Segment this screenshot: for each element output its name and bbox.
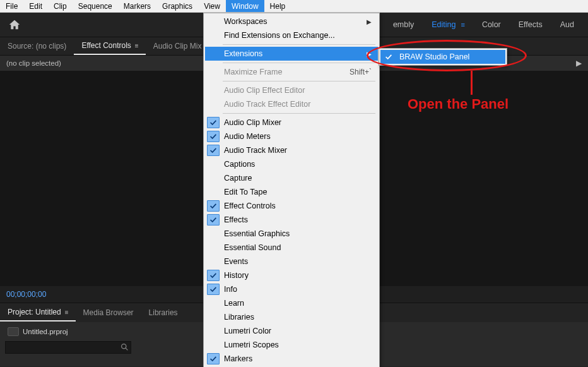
menu-item-window-panel[interactable]: Lumetri Color [205,324,378,338]
menu-file[interactable]: File [0,0,23,12]
menu-window[interactable]: Window [226,0,264,12]
window-menu-dropdown: Workspaces ▶ Find Extensions on Exchange… [203,13,380,367]
menu-item-window-panel[interactable]: Info [205,282,378,296]
menu-item-label: Lumetri Scopes [221,340,372,349]
menu-item-label: Learn [221,299,372,308]
menu-view[interactable]: View [198,0,226,12]
tab-source[interactable]: Source: (no clips) [0,38,74,54]
menu-sequence[interactable]: Sequence [73,0,118,12]
menu-item-window-panel[interactable]: Audio Track Mixer [205,143,378,157]
menu-separator [223,113,375,114]
check-icon [207,270,220,281]
tab-label: Audio Clip Mix [153,42,202,51]
menu-item-label: Events [221,257,372,266]
submenu-item-label: BRAW Studio Panel [397,52,505,61]
tab-label: Libraries [149,308,178,317]
menu-item-window-panel[interactable]: Libraries [205,310,378,324]
menu-item-maximize-frame: Maximize Frame Shift+` [205,65,378,79]
check-icon [207,214,220,226]
submenu-arrow-icon: ▶ [363,18,372,25]
menu-separator [223,81,375,81]
check-icon [207,353,220,364]
menu-item-label: Info [221,285,372,294]
menu-item-label: Essential Graphics [221,229,372,238]
workspace-tab-effects[interactable]: Effects [512,18,549,32]
check-icon [380,52,397,61]
submenu-item-braw-studio-panel[interactable]: BRAW Studio Panel [380,50,505,64]
menu-item-label: Essential Sound [221,243,372,252]
menu-graphics[interactable]: Graphics [156,0,198,12]
menu-item-label: Lumetri Color [221,327,372,335]
menu-item-window-panel[interactable]: Essential Graphics [205,227,378,241]
svg-point-0 [122,344,126,349]
menu-item-find-extensions[interactable]: Find Extensions on Exchange... [205,28,378,42]
menu-item-window-panel[interactable]: Captions [205,157,378,171]
menu-item-label: Libraries [221,313,372,322]
extensions-submenu: BRAW Studio Panel [379,48,507,66]
submenu-arrow-icon: ▶ [363,51,372,57]
tab-libraries[interactable]: Libraries [141,304,185,321]
panel-menu-icon[interactable]: ≡ [135,42,138,49]
menu-item-window-panel[interactable]: Markers [205,352,378,366]
menu-item-label: History [221,271,372,280]
menu-item-audio-clip-effect-editor: Audio Clip Effect Editor [205,83,378,97]
menu-separator [223,63,375,63]
project-filename: Untitled.prproj [23,328,68,335]
menu-item-label: Edit To Tape [221,188,372,196]
menu-item-label: Markers [221,354,372,363]
tab-effect-controls[interactable]: Effect Controls ≡ [74,37,145,55]
menu-item-window-panel[interactable]: Lumetri Scopes [205,338,378,352]
menubar: File Edit Clip Sequence Markers Graphics… [0,0,588,13]
menu-item-label: Extensions [221,49,363,58]
check-icon [207,145,220,156]
menu-edit[interactable]: Edit [23,0,48,12]
workspace-tab-editing[interactable]: Editing ≡ [425,18,471,32]
menu-item-label: Audio Clip Effect Editor [221,86,372,95]
play-arrow-icon[interactable]: ▶ [576,59,582,68]
menu-item-workspaces[interactable]: Workspaces ▶ [205,15,378,28]
menu-item-extensions[interactable]: Extensions ▶ [205,47,378,61]
menu-item-window-panel[interactable]: Edit To Tape [205,185,378,199]
menu-item-window-panel[interactable]: Effects [205,213,378,227]
menu-item-window-panel[interactable]: Capture [205,171,378,185]
menu-item-label: Audio Track Effect Editor [221,100,372,109]
menu-item-window-panel[interactable]: History [205,268,378,282]
menu-markers[interactable]: Markers [118,0,156,12]
tab-label: Media Browser [83,308,134,317]
menu-item-label: Capture [221,174,372,183]
menu-item-window-panel[interactable]: Audio Clip Mixer [205,116,378,129]
menu-item-label: Audio Track Mixer [221,146,372,155]
workspace-tab-label: Editing [432,20,456,29]
tab-media-browser[interactable]: Media Browser [76,304,141,321]
menu-item-audio-track-effect-editor: Audio Track Effect Editor [205,97,378,111]
check-icon [207,117,220,128]
hamburger-icon[interactable]: ≡ [461,21,464,28]
menu-item-label: Workspaces [221,17,363,26]
tab-project[interactable]: Project: Untitled ≡ [0,304,76,322]
menu-item-shortcut: Shift+` [343,68,372,76]
menu-item-window-panel[interactable]: Effect Controls [205,199,378,213]
check-icon [207,131,220,142]
menu-item-window-panel[interactable]: Events [205,255,378,268]
project-search-input[interactable] [5,341,131,354]
menu-item-window-panel[interactable]: Essential Sound [205,241,378,255]
svg-line-1 [126,348,127,350]
panel-menu-icon[interactable]: ≡ [65,309,68,316]
tab-audio-clip-mixer[interactable]: Audio Clip Mix [146,38,209,54]
search-icon[interactable] [121,343,129,351]
home-icon[interactable] [8,18,21,31]
menu-item-label: Effects [221,215,372,224]
menu-separator [223,44,375,45]
check-icon [207,284,220,295]
workspace-tab-color[interactable]: Color [476,18,507,32]
menu-clip[interactable]: Clip [48,0,73,12]
menu-help[interactable]: Help [264,0,291,12]
workspace-tab-assembly[interactable]: embly [387,18,420,32]
menu-item-window-panel[interactable]: Learn [205,296,378,310]
menu-item-label: Effect Controls [221,202,372,210]
workspace-tab-audio[interactable]: Aud [554,18,580,32]
menu-item-label: Find Extensions on Exchange... [221,31,372,40]
tab-label: Source: (no clips) [8,42,66,51]
menu-item-window-panel[interactable]: Audio Meters [205,129,378,143]
check-icon [207,200,220,212]
